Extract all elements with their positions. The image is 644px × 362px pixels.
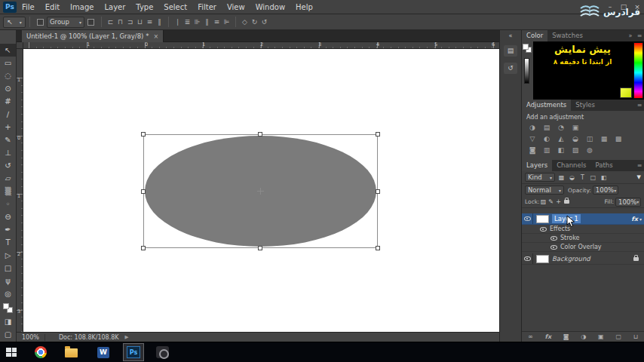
history-brush-tool[interactable]: ↺ <box>0 159 16 172</box>
foreground-color-swatch[interactable] <box>3 303 9 309</box>
menu-filter[interactable]: Filter <box>192 0 222 14</box>
vibrance-adjustment-icon[interactable]: ▽ <box>527 133 538 145</box>
close-tab-icon[interactable]: × <box>153 33 158 40</box>
layer-thumbnail[interactable] <box>536 215 549 223</box>
menu-help[interactable]: Help <box>290 0 318 14</box>
rectangle-tool[interactable]: □ <box>0 262 16 275</box>
transform-handle[interactable] <box>376 132 380 137</box>
menu-select[interactable]: Select <box>158 0 192 14</box>
visibility-toggle[interactable] <box>549 234 558 242</box>
pen-tool[interactable]: ✒ <box>0 223 16 236</box>
lasso-tool[interactable]: ◌ <box>0 69 16 82</box>
distribute-vertical-centers-icon[interactable]: ≣ <box>182 18 192 26</box>
panel-menu-icon[interactable]: ≡ <box>635 160 644 171</box>
move-tool[interactable]: ↖ <box>0 44 16 57</box>
filter-toggle-icon[interactable]: ▼ <box>637 174 641 180</box>
screen-mode-button[interactable]: ▢ <box>0 328 16 341</box>
distribute-bottom-edges-icon[interactable]: ⊪ <box>192 18 202 26</box>
menu-layer[interactable]: Layer <box>99 0 130 14</box>
path-selection-tool[interactable]: ▷ <box>0 249 16 262</box>
distribute-right-edges-icon[interactable]: ⊫ <box>222 18 232 26</box>
align-top-edges-icon[interactable]: ⊔ <box>135 18 145 26</box>
new-layer-icon[interactable]: ▢ <box>615 333 621 340</box>
foreground-background-colors[interactable] <box>0 302 17 315</box>
align-vertical-centers-icon[interactable]: ≡ <box>145 18 155 26</box>
3d-rotate-icon[interactable]: ◇ <box>240 18 250 26</box>
transform-handle[interactable] <box>376 246 380 250</box>
history-panel-icon[interactable]: ▤ <box>504 45 517 57</box>
transform-handle[interactable] <box>376 189 380 194</box>
transform-handle[interactable] <box>141 189 146 194</box>
new-adjustment-layer-icon[interactable]: ◑ <box>581 333 586 340</box>
transform-handle[interactable] <box>258 246 262 250</box>
color-ramp-slider[interactable] <box>524 58 529 84</box>
start-button[interactable] <box>6 348 17 357</box>
show-transform-controls-checkbox[interactable] <box>87 19 94 26</box>
align-horizontal-centers-icon[interactable]: ⊓ <box>115 18 125 26</box>
word-taskbar-icon[interactable]: W <box>97 347 109 358</box>
auto-select-dropdown[interactable]: Group ▾ <box>47 17 84 28</box>
expand-panels-icon[interactable]: « <box>500 32 521 39</box>
transform-handle[interactable] <box>141 246 146 250</box>
tab-color[interactable]: Color <box>522 30 547 41</box>
tab-adjustments[interactable]: Adjustments <box>522 100 571 111</box>
add-layer-style-icon[interactable]: fx <box>544 333 551 340</box>
transform-handle[interactable] <box>141 132 146 137</box>
align-bottom-edges-icon[interactable]: ∥ <box>155 18 164 26</box>
tool-preset-dropdown[interactable]: ↖ ▾ <box>3 17 26 28</box>
rectangular-marquee-tool[interactable]: ▭ <box>0 57 16 69</box>
visibility-toggle[interactable] <box>538 225 547 233</box>
menu-view[interactable]: View <box>222 0 250 14</box>
eyedropper-tool[interactable]: ∕ <box>0 108 16 121</box>
zoom-level[interactable]: 100% <box>17 334 45 341</box>
distribute-horizontal-centers-icon[interactable]: ≡ <box>212 18 222 26</box>
color-balance-adjustment-icon[interactable]: ◭ <box>556 133 566 145</box>
layer-row-stroke[interactable]: Stroke <box>522 234 644 243</box>
align-right-edges-icon[interactable]: ⊐ <box>125 18 135 26</box>
layer-row-color-overlay[interactable]: Color Overlay <box>522 243 644 252</box>
crop-tool[interactable]: # <box>0 95 16 108</box>
dodge-tool[interactable]: ⊖ <box>0 210 16 223</box>
quick-selection-tool[interactable]: ⊙ <box>0 82 16 95</box>
brightness-contrast-adjustment-icon[interactable]: ◑ <box>527 122 538 133</box>
levels-adjustment-icon[interactable]: ▤ <box>541 122 552 133</box>
layer-thumbnail[interactable] <box>536 255 549 263</box>
distribute-top-edges-icon[interactable]: ∣ <box>173 18 182 26</box>
menu-window[interactable]: Window <box>250 0 290 14</box>
gradient-tool[interactable]: ▒ <box>0 185 16 198</box>
blur-tool[interactable]: ◦ <box>0 198 16 210</box>
channel-mixer-adjustment-icon[interactable]: ▦ <box>599 133 609 145</box>
fx-badge[interactable]: fx <box>631 216 638 222</box>
lock-transparency-icon[interactable]: ▨ <box>540 198 547 205</box>
posterize-adjustment-icon[interactable]: ▥ <box>541 145 552 156</box>
menu-edit[interactable]: Edit <box>40 0 65 14</box>
invert-adjustment-icon[interactable]: ◙ <box>527 145 538 156</box>
menu-image[interactable]: Image <box>65 0 99 14</box>
gradient-map-adjustment-icon[interactable]: ▨ <box>570 145 581 156</box>
menu-type[interactable]: Type <box>130 0 158 14</box>
properties-panel-icon[interactable]: ↺ <box>504 63 517 74</box>
tab-channels[interactable]: Channels <box>552 160 590 171</box>
layer-name[interactable]: Background <box>552 255 590 262</box>
photo-filter-adjustment-icon[interactable]: ◫ <box>584 133 595 145</box>
delete-layer-icon[interactable]: ⊔ <box>633 333 638 340</box>
color-spectrum-strip[interactable] <box>633 42 643 99</box>
add-layer-mask-icon[interactable]: ◙ <box>563 333 569 340</box>
panel-menu-icon[interactable]: ≡ <box>635 30 644 41</box>
foreground-background-swatches[interactable] <box>523 44 532 54</box>
status-arrow-icon[interactable]: ▶ <box>125 334 129 340</box>
curves-adjustment-icon[interactable]: ◔ <box>556 122 566 133</box>
quick-mask-button[interactable]: ◨ <box>0 315 16 328</box>
spot-healing-brush-tool[interactable]: + <box>0 121 16 133</box>
photoshop-taskbar-icon[interactable]: Ps <box>127 346 140 358</box>
zoom-tool[interactable]: ◎ <box>0 287 16 300</box>
eraser-tool[interactable]: ▱ <box>0 172 16 185</box>
file-explorer-taskbar-icon[interactable] <box>65 348 78 357</box>
link-layers-icon[interactable]: ∞ <box>528 333 533 340</box>
hand-tool[interactable]: ψ <box>0 275 16 287</box>
brush-tool[interactable]: ✎ <box>0 133 16 146</box>
transform-handle[interactable] <box>258 132 262 137</box>
black-white-adjustment-icon[interactable]: ◒ <box>570 133 581 145</box>
selective-color-adjustment-icon[interactable]: ◍ <box>584 145 595 156</box>
visibility-toggle[interactable] <box>549 243 558 251</box>
